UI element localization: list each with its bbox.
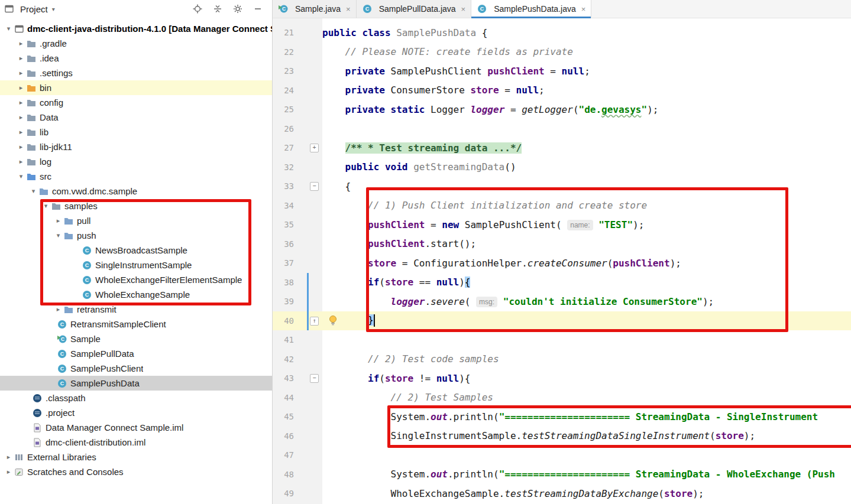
chevron-down-icon[interactable]: ▾ [52,6,55,12]
chevron-down-icon[interactable]: ▾ [4,25,14,32]
tree-item-data-manager-connect-sample-iml[interactable]: Data Manager Connect Sample.iml [0,420,272,435]
code-line-36[interactable]: 36 pushClient.start(); [273,235,851,254]
fold-minus-icon[interactable]: − [310,374,319,383]
tree-item-samples[interactable]: ▾samples [0,199,272,213]
tree-item-pull[interactable]: ▸pull [0,213,272,228]
close-icon[interactable]: × [581,5,586,14]
code-line-34[interactable]: 34 // 1) Push Client initialization and … [273,196,851,216]
code-line-21[interactable]: 21public class SamplePushData { [273,23,851,43]
code-line-24[interactable]: 24 private ConsumerStore store = null; [273,81,851,100]
tab-samplepulldata-java[interactable]: CSamplePullData.java× [357,0,472,18]
code-line-46[interactable]: 46 SingleInstrumentSample.testStreamingD… [273,427,851,446]
hide-icon[interactable] [253,4,263,14]
tree-item-samplepushclient[interactable]: CSamplePushClient [0,361,272,376]
tree-item-data[interactable]: ▸Data [0,110,272,125]
tree-item-src[interactable]: ▾src [0,169,272,184]
chevron-right-icon[interactable]: ▸ [16,128,26,136]
tree-item-retransmitsampleclient[interactable]: CRetransmitSampleClient [0,317,272,331]
chevron-right-icon[interactable]: ▸ [16,158,26,165]
tree-item-gradle[interactable]: ▸.gradle [0,36,272,51]
code-area[interactable]: 21public class SamplePushData {22 // Ple… [273,18,851,504]
tab-samplepushdata-java[interactable]: CSamplePushData.java× [471,0,591,18]
code-line-41[interactable]: 41 [273,330,851,350]
code-line-27[interactable]: 27+ /** * Test streaming data ...*/ [273,138,851,158]
code-line-43[interactable]: 43− if(store != null){ [273,369,851,388]
code-line-47[interactable]: 47 [273,446,851,465]
tree-item-singleinstrumentsample[interactable]: CSingleInstrumentSample [0,258,272,272]
tree-item-push[interactable]: ▾push [0,228,272,243]
gear-icon[interactable] [233,4,242,14]
tree-item-external-libraries[interactable]: ▸External Libraries [0,450,272,464]
chevron-down-icon[interactable]: ▾ [28,187,38,195]
fold-minus-icon[interactable]: − [310,182,319,191]
code-line-45[interactable]: 45 System.out.println("=================… [273,407,851,427]
close-icon[interactable]: × [461,5,466,14]
collapse-all-icon[interactable] [213,4,222,14]
chevron-right-icon[interactable]: ▸ [16,143,26,151]
tree-item-scratches-and-consoles[interactable]: ▸Scratches and Consoles [0,464,272,479]
code-line-26[interactable]: 26 [273,119,851,139]
code-line-37[interactable]: 37 store = ConfigurationHelper.createCon… [273,253,851,273]
tree-item-settings[interactable]: ▸.settings [0,66,272,80]
tree-item-samplepulldata[interactable]: CSamplePullData [0,346,272,361]
tree-item-sample[interactable]: CSample [0,331,272,346]
fold-plus-icon[interactable]: + [310,144,319,152]
tree-item-config[interactable]: ▸config [0,95,272,110]
chevron-right-icon[interactable]: ▸ [4,468,14,476]
tree-item-wholeexchangesample[interactable]: CWholeExchangeSample [0,287,272,302]
tree-item-samplepushdata[interactable]: CSamplePushData [0,376,272,391]
code-line-39[interactable]: 39 logger.severe( msg: "couldn't initial… [273,292,851,311]
code-line-48[interactable]: 48 System.out.println("=================… [273,465,851,485]
tree-item-retransmit[interactable]: ▸retransmit [0,302,272,317]
locate-icon[interactable] [193,4,202,14]
chevron-right-icon[interactable]: ▸ [16,54,26,62]
chevron-down-icon[interactable]: ▾ [41,202,51,210]
chevron-right-icon[interactable]: ▸ [16,84,26,92]
tree-item-classpath[interactable]: .classpath [0,391,272,405]
chevron-right-icon[interactable]: ▸ [16,69,26,77]
tree-item-com-vwd-dmc-sample[interactable]: ▾com.vwd.dmc.sample [0,184,272,199]
code-line-22[interactable]: 22 // Please NOTE: create fields as priv… [273,43,851,62]
code-text: private ConsumerStore store = null; [322,84,545,96]
tree-item-idea[interactable]: ▸.idea [0,51,272,66]
tree-item-newsbroadcastsample[interactable]: CNewsBroadcastSample [0,243,272,258]
tree-item-label: WholeExchangeFilterElementSample [95,275,242,285]
code-text: pushClient.start(); [322,238,476,249]
token: Logger [431,104,470,115]
token: == [413,277,436,288]
chevron-right-icon[interactable]: ▸ [16,40,26,47]
tree-item-log[interactable]: ▸log [0,154,272,169]
intention-bulb-icon[interactable] [328,315,338,326]
code-line-49[interactable]: 49 WholeExchangeSample.testStreamingData… [273,484,851,503]
code-line-25[interactable]: 25 private static Logger logger = getLog… [273,100,851,119]
tree-item-dmc-client-java-distribution-4-1-0-data-manager-connect-sa[interactable]: ▾dmc-client-java-distribution-4.1.0 [Dat… [0,21,272,36]
chevron-right-icon[interactable]: ▸ [53,305,63,313]
chevron-right-icon[interactable]: ▸ [16,113,26,121]
code-line-38[interactable]: 38 if(store == null){ [273,273,851,292]
tab-sample-java[interactable]: CSample.java× [273,0,357,18]
tree-item-wholeexchangefilterelementsample[interactable]: CWholeExchangeFilterElementSample [0,272,272,287]
tree-item-project[interactable]: .project [0,405,272,420]
code-line-35[interactable]: 35 pushClient = new SamplePushClient( na… [273,215,851,235]
project-panel-title[interactable]: Project [20,4,48,14]
tree-item-dmc-client-distribution-iml[interactable]: dmc-client-distribution.iml [0,435,272,450]
class-icon: C [82,246,92,255]
chevron-right-icon[interactable]: ▸ [4,453,14,461]
chevron-down-icon[interactable]: ▾ [53,232,63,239]
close-icon[interactable]: × [346,5,351,14]
code-line-42[interactable]: 42 // 2) Test code samples [273,350,851,369]
code-line-40[interactable]: 40↑ } [273,311,851,331]
tree-item-bin[interactable]: ▸bin [0,80,272,95]
chevron-right-icon[interactable]: ▸ [53,217,63,225]
chevron-down-icon[interactable]: ▾ [16,173,26,180]
code-line-33[interactable]: 33− { [273,177,851,196]
chevron-right-icon[interactable]: ▸ [16,99,26,106]
code-line-32[interactable]: 32 public void getStreamingData() [273,158,851,177]
fold-end-icon[interactable]: ↑ [310,317,319,326]
token: "====================== StreamingData - … [499,469,835,480]
code-line-23[interactable]: 23 private SamplePushClient pushClient =… [273,61,851,81]
tree-item-lib[interactable]: ▸lib [0,125,272,139]
token: { [465,277,471,288]
tree-item-lib-jdk11[interactable]: ▸lib-jdk11 [0,139,272,154]
code-line-44[interactable]: 44 // 2) Test Samples [273,388,851,408]
